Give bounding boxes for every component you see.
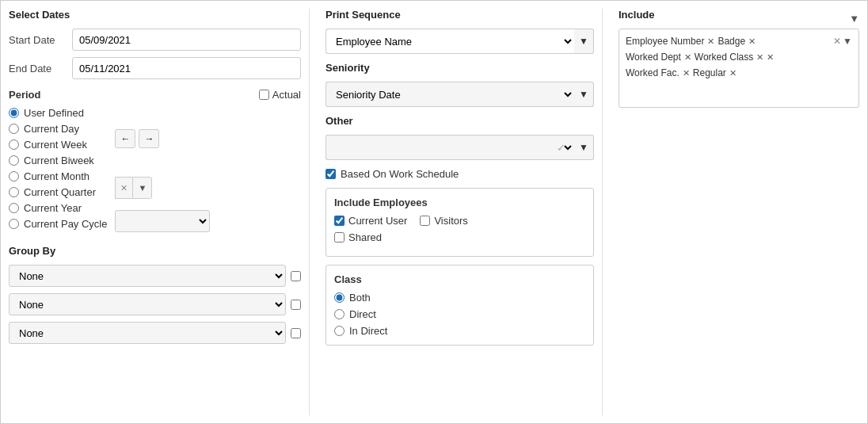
next-button[interactable]: → [139,129,159,148]
shared-checkbox[interactable] [334,232,345,243]
tag-regular: Regular ✕ [693,67,737,78]
shared-label: Shared [348,231,382,243]
other-wrapper: ✓ ▼ [326,135,594,160]
tag-worked-dept-remove[interactable]: ✕ [684,52,691,63]
current-user-label: Current User [348,215,407,227]
include-employees-row2: Shared [334,231,585,243]
tag-worked-fac-remove[interactable]: ✕ [683,68,690,78]
middle-column: Print Sequence Employee Name Employee Nu… [318,9,603,415]
class-radio-group: Both Direct In Direct [334,292,585,337]
right-column: Include ▼ Employee Number ✕ Badge ✕ [611,9,859,415]
period-title: Period [9,89,40,101]
end-date-input[interactable] [72,57,301,79]
seniority-arrow[interactable]: ▼ [574,82,594,107]
class-both-label: Both [349,292,371,304]
tag-employee-number-label: Employee Number [626,36,704,47]
seniority-select[interactable]: Seniority Date Hire Date [326,82,574,107]
based-on-row: Based On Work Schedule [326,168,594,180]
radio-current-year-label: Current Year [24,202,82,214]
visitors-checkbox[interactable] [420,216,430,226]
print-sequence-section: Print Sequence Employee Name Employee Nu… [326,9,594,54]
radio-current-month[interactable]: Current Month [9,170,107,182]
period-dropdown-button[interactable]: ▼ [132,177,152,199]
tag-empty-remove[interactable]: ✕ [767,52,774,63]
include-tags-row1: Employee Number ✕ Badge ✕ ✕ ▼ [626,36,852,47]
other-arrow[interactable]: ▼ [574,135,594,160]
radio-current-week[interactable]: Current Week [9,139,107,151]
radio-user-defined-label: User Defined [24,107,84,119]
class-indirect[interactable]: In Direct [334,325,585,337]
prev-button[interactable]: ← [115,129,135,148]
pay-cycle-dropdown [115,210,210,232]
radio-current-day-label: Current Day [24,123,79,135]
current-user-checkbox[interactable] [334,216,345,226]
print-sequence-select[interactable]: Employee Name Employee Number Seniority … [326,29,574,54]
include-title: Include [619,9,655,21]
class-both[interactable]: Both [334,292,585,304]
radio-current-year[interactable]: Current Year [9,202,107,214]
group-by-check-3[interactable] [291,328,301,338]
shared-item[interactable]: Shared [334,231,382,243]
group-by-row-2: None [9,293,301,315]
tag-badge-remove[interactable]: ✕ [748,36,756,47]
print-sequence-arrow[interactable]: ▼ [574,29,594,54]
radio-current-pay-cycle[interactable]: Current Pay Cycle [9,218,107,230]
group-by-row-3: None [9,322,301,344]
period-header: Period Actual [9,89,301,101]
tag-employee-number-remove[interactable]: ✕ [707,36,714,47]
radio-current-quarter-label: Current Quarter [24,186,96,198]
radio-user-defined[interactable]: User Defined [9,107,107,119]
radio-current-quarter[interactable]: Current Quarter [9,186,107,198]
period-x-dropdown: ✕ ▼ [115,177,210,199]
group-by-select-3[interactable]: None [9,322,286,344]
start-date-input[interactable] [72,29,301,51]
actual-label: Actual [272,89,301,101]
current-user-item[interactable]: Current User [334,215,407,227]
visitors-item[interactable]: Visitors [420,215,467,227]
radio-current-week-label: Current Week [24,139,87,151]
tag-worked-dept: Worked Dept ✕ [626,52,691,63]
tag-worked-dept-label: Worked Dept [626,52,681,63]
other-section: Other ✓ ▼ [326,115,594,160]
tag-worked-class-label: Worked Class [695,52,753,63]
select-dates-title: Select Dates [9,9,301,21]
end-date-row: End Date [9,57,301,79]
seniority-section: Seniority Seniority Date Hire Date ▼ [326,62,594,107]
other-title: Other [326,115,594,127]
include-tags-row2: Worked Dept ✕ Worked Class ✕ ✕ [626,52,852,63]
actual-checkbox[interactable] [259,90,269,100]
radio-current-biweek[interactable]: Current Biweek [9,155,107,166]
start-date-row: Start Date [9,29,301,51]
based-on-checkbox[interactable] [326,169,336,179]
include-down-btn[interactable]: ▼ [843,36,852,47]
tag-regular-remove[interactable]: ✕ [729,68,737,78]
group-by-select-2[interactable]: None [9,293,286,315]
class-direct-label: Direct [349,308,376,320]
other-select[interactable] [326,135,574,160]
tag-employee-number: Employee Number ✕ [626,36,714,47]
actual-checkbox-row[interactable]: Actual [259,89,301,101]
tag-worked-fac: Worked Fac. ✕ [626,67,690,78]
group-by-check-1[interactable] [291,271,301,281]
period-clear-button[interactable]: ✕ [115,177,132,199]
period-content: User Defined Current Day Current Week Cu… [9,107,301,232]
include-employees-title: Include Employees [334,197,585,208]
tag-worked-class-remove[interactable]: ✕ [756,52,763,63]
class-direct[interactable]: Direct [334,308,585,320]
group-by-check-2[interactable] [291,300,301,310]
radio-current-biweek-label: Current Biweek [24,155,94,166]
class-box: Class Both Direct In Direct [326,265,594,346]
period-section: Period Actual User Defined Current Day [9,89,301,232]
include-header: Include ▼ [619,9,859,29]
include-dropdown-btn[interactable]: ▼ [849,13,859,25]
include-section: Include ▼ Employee Number ✕ Badge ✕ [619,9,859,108]
seniority-title: Seniority [326,62,594,74]
include-x-btn[interactable]: ✕ [833,36,841,47]
group-by-select-1[interactable]: None [9,265,286,287]
group-by-title: Group By [9,245,301,257]
include-arrow-controls: ✕ ▼ [833,36,852,47]
print-sequence-title: Print Sequence [326,9,594,21]
tag-worked-class: Worked Class ✕ [695,52,763,63]
radio-current-day[interactable]: Current Day [9,123,107,135]
pay-cycle-select[interactable] [115,210,210,232]
